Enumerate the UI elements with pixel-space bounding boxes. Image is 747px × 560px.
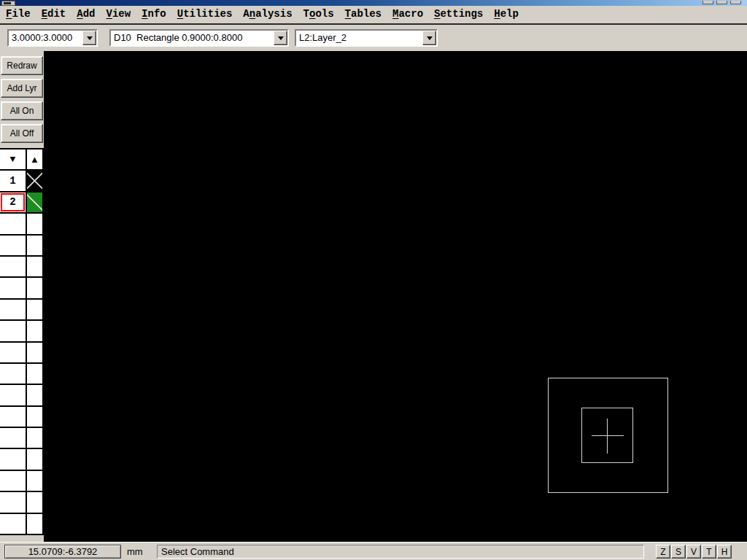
layer-number-cell-empty <box>0 428 27 449</box>
layer-color-swatch-empty <box>27 514 44 535</box>
layer-color-swatch-empty <box>27 364 44 385</box>
window-controls <box>703 1 741 4</box>
layer-color-swatch-empty <box>27 236 44 257</box>
zoom-scale-value: 3.0000:3.0000 <box>9 31 82 45</box>
layer-row-empty <box>0 385 44 406</box>
layer-number-cell-empty <box>0 514 27 535</box>
layer-row-empty <box>0 278 44 299</box>
layer-color-swatch[interactable] <box>27 192 44 214</box>
active-layer-combobox[interactable]: L2:Layer_2 <box>295 29 438 47</box>
layer-table-header: ▼▲ <box>0 149 44 171</box>
active-layer-value: L2:Layer_2 <box>296 31 422 45</box>
menu-edit[interactable]: Edit <box>42 8 66 20</box>
view-button-s[interactable]: S <box>671 545 686 559</box>
button-redraw[interactable]: Redraw <box>1 56 43 75</box>
layer-table: ▼▲12 <box>0 148 44 535</box>
layer-number-cell-empty <box>0 214 27 235</box>
layer-row-empty <box>0 321 44 342</box>
menu-view[interactable]: View <box>106 8 131 20</box>
layer-number-cell-empty <box>0 364 27 385</box>
units-label: mm <box>127 546 143 557</box>
menu-bar: FileEditAddViewInfoUtilitiesAnalysisTool… <box>0 6 747 25</box>
layer-row-empty <box>0 236 44 257</box>
layer-color-swatch-empty <box>27 449 44 470</box>
command-prompt-field[interactable]: Select Command <box>157 545 644 559</box>
drawing-canvas[interactable] <box>44 51 747 542</box>
layer-number-cell-empty <box>0 257 27 278</box>
layer-color-swatch-empty <box>27 428 44 449</box>
layer-color-swatch-empty <box>27 257 44 278</box>
layer-panel: RedrawAdd LyrAll OnAll Off ▼▲12 <box>0 51 44 542</box>
view-button-t[interactable]: T <box>702 545 716 559</box>
menu-settings[interactable]: Settings <box>434 8 483 20</box>
layer-number-cell-empty <box>0 385 27 406</box>
layer-color-swatch[interactable] <box>27 171 44 192</box>
layer-row-empty <box>0 428 44 449</box>
status-bar: 15.0709:-6.3792 mm Select Command ZSVTH <box>0 542 747 560</box>
chevron-down-icon[interactable] <box>422 31 436 45</box>
layer-row: 2 <box>0 192 44 214</box>
view-button-z[interactable]: Z <box>656 545 670 559</box>
menu-help[interactable]: Help <box>494 8 519 20</box>
layer-row: 1 <box>0 171 44 192</box>
chevron-down-icon[interactable] <box>274 31 287 45</box>
layer-number-cell-empty <box>0 343 27 364</box>
menu-macro[interactable]: Macro <box>392 8 423 20</box>
layer-color-swatch-empty <box>27 214 44 235</box>
layer-number-cell-empty <box>0 471 27 492</box>
app-icon[interactable] <box>1 1 15 6</box>
menu-info[interactable]: Info <box>142 8 166 20</box>
cursor-coordinates: 15.0709:-6.3792 <box>4 545 121 559</box>
layer-number-cell[interactable]: 2 <box>0 192 27 214</box>
layer-number-cell[interactable]: 1 <box>0 171 27 192</box>
crosshair-vertical-line <box>607 419 608 454</box>
close-button-icon[interactable] <box>730 1 741 4</box>
button-all-off[interactable]: All Off <box>1 124 43 143</box>
layer-row-empty <box>0 300 44 321</box>
layer-color-swatch-empty <box>27 492 44 513</box>
layer-scroll-up-button[interactable]: ▲ <box>27 149 44 171</box>
view-button-h[interactable]: H <box>717 545 732 559</box>
layer-number-cell-empty <box>0 449 27 470</box>
button-all-on[interactable]: All On <box>1 101 43 120</box>
menu-analysis[interactable]: Analysis <box>243 8 292 20</box>
dropdown-arrow-icon <box>427 36 433 40</box>
menu-utilities[interactable]: Utilities <box>177 8 233 20</box>
layer-color-swatch-empty <box>27 343 44 364</box>
dropdown-arrow-icon <box>278 36 284 40</box>
menu-tools[interactable]: Tools <box>303 8 334 20</box>
chevron-down-icon[interactable] <box>82 31 96 45</box>
layer-row-empty <box>0 449 44 470</box>
layer-color-swatch-empty <box>27 278 44 299</box>
layer-row-empty <box>0 364 44 385</box>
layer-scroll-down-button[interactable]: ▼ <box>0 149 27 171</box>
view-button-v[interactable]: V <box>686 545 701 559</box>
layer-row-empty <box>0 343 44 364</box>
zoom-scale-combobox[interactable]: 3.0000:3.0000 <box>7 29 98 47</box>
title-bar[interactable] <box>0 0 747 6</box>
menu-add[interactable]: Add <box>77 8 95 20</box>
view-toggle-buttons: ZSVTH <box>656 545 732 559</box>
layer-row-empty <box>0 471 44 492</box>
layer-number-cell-empty <box>0 407 27 428</box>
layer-row-empty <box>0 257 44 278</box>
minimize-button-icon[interactable] <box>703 1 713 4</box>
layer-color-swatch-empty <box>27 407 44 428</box>
layer-color-swatch-empty <box>27 471 44 492</box>
layer-number-cell-empty <box>0 492 27 513</box>
crosshair-horizontal-line <box>592 435 624 436</box>
toolbar: 3.0000:3.0000 D10 Rectangle 0.9000:0.800… <box>0 25 747 51</box>
menu-tables[interactable]: Tables <box>345 8 382 20</box>
dcode-combobox[interactable]: D10 Rectangle 0.9000:0.8000 <box>109 29 289 47</box>
main-area: RedrawAdd LyrAll OnAll Off ▼▲12 <box>0 51 747 542</box>
layer-row-empty <box>0 214 44 235</box>
maximize-button-icon[interactable] <box>716 1 727 4</box>
layer-number-cell-empty <box>0 278 27 299</box>
dcode-value: D10 Rectangle 0.9000:0.8000 <box>111 31 274 45</box>
button-add-lyr[interactable]: Add Lyr <box>1 79 43 98</box>
layer-number-cell-empty <box>0 236 27 257</box>
layer-color-swatch-empty <box>27 300 44 321</box>
layer-number-cell-empty <box>0 300 27 321</box>
layer-number-cell-empty <box>0 321 27 342</box>
menu-file[interactable]: File <box>6 8 31 20</box>
